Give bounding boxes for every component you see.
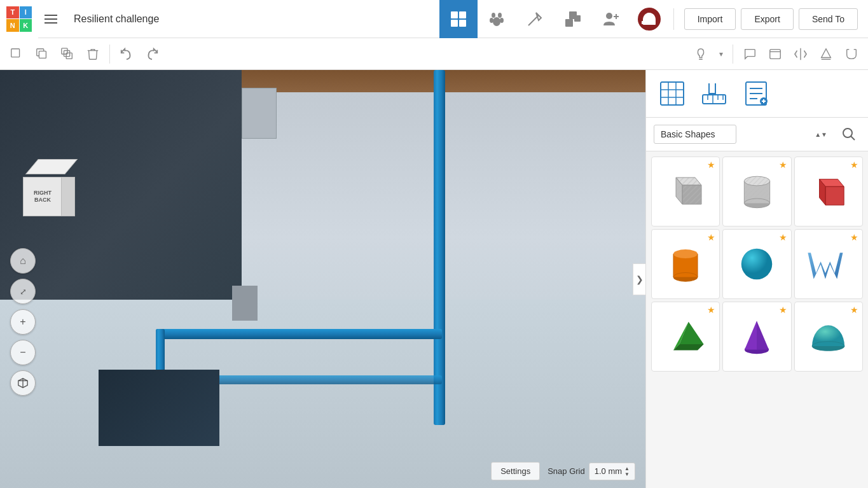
toolbar: ▾ — [0, 38, 868, 70]
home-view-btn[interactable]: ⌂ — [10, 248, 36, 274]
svg-point-4 — [492, 13, 495, 18]
gray-box-top — [242, 88, 277, 139]
nav-add-person-btn[interactable] — [592, 0, 630, 38]
search-shapes-btn[interactable] — [837, 123, 860, 146]
hamburger-icon — [45, 15, 57, 24]
cube-perspective-icon — [17, 377, 29, 389]
nav-blocks-btn[interactable] — [554, 0, 592, 38]
viewport[interactable]: RIGHTBACK ⌂ ⤢ + − ❯ — [0, 70, 645, 488]
svg-rect-24 — [770, 49, 781, 59]
nav-paw-btn[interactable] — [478, 0, 516, 38]
panel-ruler-btn[interactable] — [698, 78, 730, 109]
star-icon: ★ — [850, 305, 858, 315]
redo-icon — [145, 47, 159, 61]
svg-rect-32 — [661, 82, 684, 105]
separator-1 — [109, 45, 110, 64]
cube-right-face — [61, 177, 75, 216]
svg-marker-26 — [822, 48, 831, 57]
shape-visual-cylinder-orange — [663, 242, 708, 286]
half-sphere-svg — [809, 321, 848, 352]
snap-grid-control: Snap Grid 1.0 mm ▲ ▼ — [548, 463, 635, 480]
new-shape-btn[interactable] — [5, 43, 28, 66]
viewport-bottom: Settings Snap Grid 1.0 mm ▲ ▼ — [491, 462, 635, 480]
shapes-dropdown[interactable]: Basic Shapes Featured Shapes Letters Mat… — [654, 125, 736, 144]
logo-i: I — [20, 6, 32, 19]
panel-notes-btn[interactable] — [740, 78, 772, 109]
align-btn[interactable] — [815, 43, 837, 66]
notes-btn[interactable] — [738, 43, 761, 66]
shape-item-cylinder-hole[interactable]: ★ — [722, 157, 791, 227]
mirror-btn[interactable] — [789, 43, 812, 66]
new-shape-icon — [10, 47, 24, 61]
svg-marker-57 — [682, 185, 701, 204]
perspective-btn[interactable] — [10, 370, 36, 396]
snap-grid-label: Snap Grid — [548, 466, 585, 476]
shape-visual-sphere-teal — [734, 242, 779, 286]
grid-icon — [450, 10, 467, 28]
zoom-out-btn[interactable]: − — [10, 340, 36, 365]
cube-top-face — [25, 159, 78, 174]
import-btn[interactable]: Import — [684, 8, 736, 30]
shape-item-sphere-teal[interactable]: ★ — [722, 229, 791, 299]
mirror-icon — [794, 47, 808, 61]
nav-workspace-btn[interactable] — [439, 0, 478, 38]
view-btn[interactable] — [764, 43, 787, 66]
pyramid-green-svg — [667, 317, 704, 356]
redo-btn[interactable] — [141, 43, 163, 66]
right-panel: Basic Shapes Featured Shapes Letters Mat… — [645, 70, 868, 488]
magnet-icon — [844, 47, 858, 61]
dropdown-arrows-icon: ▲▼ — [815, 131, 827, 138]
svg-point-5 — [498, 13, 502, 18]
panel-grid-btn[interactable] — [656, 78, 688, 109]
speech-icon — [743, 47, 757, 61]
light-dropdown-btn[interactable]: ▾ — [715, 43, 727, 66]
snap-value-control[interactable]: 1.0 mm ▲ ▼ — [589, 463, 635, 480]
main: RIGHTBACK ⌂ ⤢ + − ❯ — [0, 70, 868, 488]
svg-rect-2 — [451, 20, 458, 27]
zoom-in-btn[interactable]: + — [10, 309, 36, 335]
star-icon: ★ — [707, 305, 715, 315]
shape-item-pyramid-green[interactable]: ★ — [651, 302, 720, 372]
gray-box-mid — [232, 286, 258, 321]
export-btn[interactable]: Export — [741, 8, 793, 30]
delete-btn[interactable] — [81, 43, 104, 66]
fit-view-btn[interactable]: ⤢ — [10, 279, 36, 304]
ruler-icon — [701, 81, 727, 106]
logo[interactable]: T I N K — [0, 0, 38, 38]
undo-btn[interactable] — [115, 43, 138, 66]
dark-box-bottom — [99, 370, 219, 446]
avatar-icon — [638, 8, 661, 31]
chevron-down-icon: ▾ — [719, 50, 723, 59]
copy-btn[interactable] — [31, 43, 53, 66]
hamburger-menu[interactable] — [38, 0, 64, 38]
svg-line-50 — [851, 136, 855, 140]
star-icon: ★ — [779, 305, 787, 315]
nav-pickaxe-btn[interactable] — [516, 0, 554, 38]
star-icon: ★ — [850, 232, 858, 242]
cylinder-hole-svg — [740, 171, 775, 213]
shape-item-cube-red[interactable]: ★ — [794, 157, 863, 227]
panel-collapse-btn[interactable]: ❯ — [633, 263, 645, 295]
svg-rect-17 — [642, 21, 645, 24]
star-icon: ★ — [779, 160, 787, 170]
action-buttons: Import Export Send To — [673, 8, 868, 30]
sphere-svg — [739, 246, 775, 282]
multi-copy-btn[interactable] — [56, 43, 79, 66]
svg-rect-37 — [703, 95, 726, 104]
light-btn[interactable] — [689, 43, 712, 66]
shape-item-text-3d[interactable]: ★ — [794, 229, 863, 299]
shape-item-box-hole[interactable]: ★ — [651, 157, 720, 227]
nav-profile-btn[interactable] — [630, 0, 668, 38]
orientation-cube[interactable]: RIGHTBACK — [18, 159, 75, 216]
settings-btn[interactable]: Settings — [491, 462, 540, 480]
star-icon: ★ — [850, 160, 858, 170]
svg-marker-89 — [757, 321, 769, 349]
shape-item-half-sphere[interactable]: ★ — [794, 302, 863, 372]
shape-item-cone-purple[interactable]: ★ — [722, 302, 791, 372]
send-to-btn[interactable]: Send To — [799, 8, 858, 30]
snap-arrows: ▲ ▼ — [624, 466, 630, 477]
snap-btn[interactable] — [840, 43, 863, 66]
shape-item-cylinder-orange[interactable]: ★ — [651, 229, 720, 299]
topbar: T I N K Resilient challenge — [0, 0, 868, 38]
blocks-icon — [564, 10, 582, 28]
